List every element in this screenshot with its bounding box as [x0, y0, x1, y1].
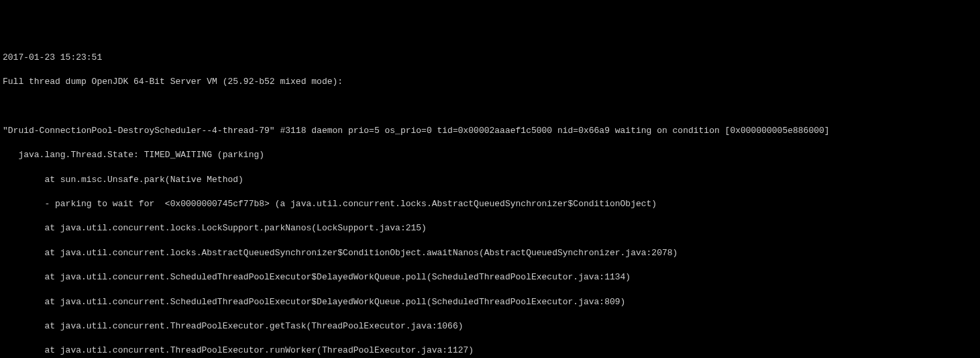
- stack-frame: at sun.misc.Unsafe.park(Native Method): [3, 174, 977, 186]
- blank-line: [3, 101, 977, 113]
- stack-frame: at java.util.concurrent.ScheduledThreadP…: [3, 296, 977, 308]
- dump-timestamp: 2017-01-23 15:23:51: [3, 52, 977, 64]
- stack-frame: at java.util.concurrent.locks.LockSuppor…: [3, 222, 977, 234]
- stack-frame: - parking to wait for <0x0000000745cf77b…: [3, 198, 977, 210]
- thread-name: "Druid-ConnectionPool-DestroyScheduler--…: [3, 125, 977, 137]
- stack-frame: at java.util.concurrent.ThreadPoolExecut…: [3, 320, 977, 332]
- stack-frame: at java.util.concurrent.ThreadPoolExecut…: [3, 345, 977, 357]
- dump-title: Full thread dump OpenJDK 64-Bit Server V…: [3, 76, 977, 88]
- stack-frame: at java.util.concurrent.ScheduledThreadP…: [3, 271, 977, 283]
- thread-state: java.lang.Thread.State: TIMED_WAITING (p…: [3, 149, 977, 161]
- stack-frame: at java.util.concurrent.locks.AbstractQu…: [3, 247, 977, 259]
